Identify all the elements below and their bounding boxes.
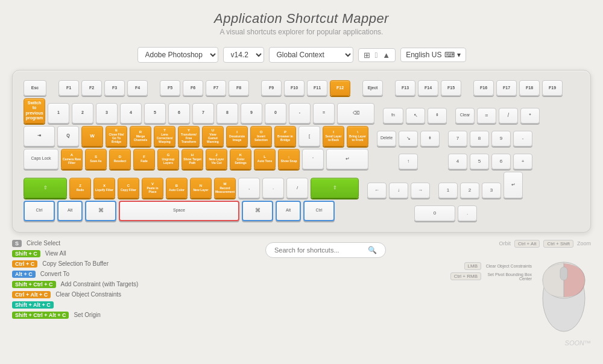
- linux-icon[interactable]: ▲: [381, 51, 391, 60]
- key-pageup[interactable]: ⇞: [428, 108, 447, 124]
- key-e[interactable]: EClose File/Go To Bridge: [106, 126, 127, 146]
- key-b[interactable]: BAuto Color: [166, 178, 188, 198]
- key-f17[interactable]: F17: [496, 80, 517, 96]
- key-a[interactable]: ACamera Raw Filter: [61, 149, 83, 169]
- key-shift-left[interactable]: ⇧: [24, 178, 67, 198]
- key-space[interactable]: Space: [119, 201, 239, 221]
- key-x[interactable]: XLiquify Filter: [93, 178, 115, 198]
- key-3[interactable]: 3: [96, 103, 118, 124]
- key-0[interactable]: 0: [265, 103, 286, 124]
- key-f18[interactable]: F18: [519, 80, 540, 96]
- app-select[interactable]: Adobe Photoshop: [137, 47, 218, 63]
- key-alt-right[interactable]: Alt: [276, 201, 301, 221]
- key-r[interactable]: RMergeChannels: [130, 126, 151, 146]
- key-u[interactable]: UViewGamutWarning: [202, 126, 224, 146]
- key-f9[interactable]: F9: [261, 80, 282, 96]
- key-num8[interactable]: 8: [470, 131, 489, 146]
- key-m[interactable]: MRecord Measurement: [214, 178, 236, 198]
- key-t[interactable]: TLens Correction/ Warping: [154, 126, 175, 146]
- key-h[interactable]: HShow Target Path: [182, 149, 203, 169]
- key-f11[interactable]: F11: [307, 80, 327, 96]
- key-y[interactable]: YTransform/Free Transform: [178, 126, 200, 146]
- key-delete[interactable]: Delete: [377, 131, 396, 146]
- key-q[interactable]: Q: [57, 126, 79, 146]
- key-slash[interactable]: /: [286, 178, 308, 198]
- key-home[interactable]: ↖: [406, 108, 425, 124]
- search-input[interactable]: [274, 246, 364, 254]
- key-l[interactable]: LAuto Tone: [254, 149, 276, 169]
- key-f2[interactable]: F2: [81, 80, 102, 96]
- key-numminus[interactable]: -: [513, 131, 532, 146]
- key-backslash[interactable]: \Bring Layer to Front: [347, 126, 368, 146]
- key-8[interactable]: 8: [216, 103, 238, 124]
- key-enter[interactable]: ↵: [326, 149, 368, 169]
- key-semicolon[interactable]: ;Show Snap: [278, 149, 300, 169]
- key-minus[interactable]: -: [289, 103, 311, 124]
- key-v[interactable]: VPaste in Place: [142, 178, 163, 198]
- key-num4[interactable]: 4: [448, 154, 467, 169]
- key-f10[interactable]: F10: [284, 80, 305, 96]
- key-quote[interactable]: ': [302, 149, 324, 169]
- key-fn[interactable]: fn: [383, 108, 403, 124]
- key-j[interactable]: JNew Layer Via Cut: [206, 149, 227, 169]
- key-caps[interactable]: Caps Lock: [24, 149, 58, 169]
- mac-icon[interactable]: : [374, 51, 379, 60]
- key-w[interactable]: W: [81, 126, 103, 146]
- key-esc[interactable]: Esc: [24, 80, 46, 96]
- key-num3[interactable]: 3: [482, 183, 501, 198]
- key-9[interactable]: 9: [241, 103, 262, 124]
- key-f6[interactable]: F6: [183, 80, 203, 96]
- key-1[interactable]: 1: [48, 103, 69, 124]
- key-comma[interactable]: ,: [238, 178, 260, 198]
- key-d[interactable]: DReselect: [109, 149, 131, 169]
- key-num2[interactable]: 2: [460, 183, 479, 198]
- key-grave[interactable]: Switch topreviousprogram: [24, 98, 45, 124]
- key-num9[interactable]: 9: [491, 131, 511, 146]
- key-rbracket[interactable]: ISend Layer to Back: [323, 126, 344, 146]
- key-f12[interactable]: F12: [330, 80, 350, 96]
- language-select[interactable]: English US ⌨ ▾: [400, 48, 466, 62]
- key-z[interactable]: ZRedo: [69, 178, 91, 198]
- version-select[interactable]: v14.2: [223, 47, 264, 63]
- key-s[interactable]: SSave As: [85, 149, 107, 169]
- key-f19[interactable]: F19: [542, 80, 563, 96]
- key-numpad-clear[interactable]: Clear: [455, 108, 475, 124]
- key-f4[interactable]: F4: [127, 80, 148, 96]
- key-numpad-eq[interactable]: =: [477, 108, 496, 124]
- key-alt-left[interactable]: Alt: [57, 201, 83, 221]
- key-f7[interactable]: F7: [206, 80, 226, 96]
- key-f5[interactable]: F5: [160, 80, 180, 96]
- key-numplus[interactable]: +: [513, 154, 532, 169]
- key-cmd-right[interactable]: ⌘: [242, 201, 273, 221]
- key-shift-right[interactable]: ⇧: [311, 178, 359, 198]
- key-num1[interactable]: 1: [438, 183, 458, 198]
- key-ctrl-left[interactable]: Ctrl: [24, 201, 55, 221]
- key-f13[interactable]: F13: [395, 80, 415, 96]
- key-num5[interactable]: 5: [470, 154, 489, 169]
- key-numpad-mul[interactable]: *: [520, 108, 540, 124]
- key-numpad-div[interactable]: /: [499, 108, 518, 124]
- key-i[interactable]: IDesaturate Image: [226, 126, 248, 146]
- os-selector[interactable]: ⊞  ▲: [358, 48, 396, 62]
- key-p[interactable]: PBrowser in Bridge: [274, 126, 296, 146]
- key-numenter[interactable]: ↵: [504, 172, 523, 198]
- key-f8[interactable]: F8: [229, 80, 249, 96]
- key-arrow-left[interactable]: ←: [367, 183, 387, 198]
- key-f14[interactable]: F14: [418, 80, 438, 96]
- key-5[interactable]: 5: [144, 103, 166, 124]
- key-eject[interactable]: Eject: [362, 80, 383, 96]
- key-cmd-left[interactable]: ⌘: [85, 201, 116, 221]
- key-f3[interactable]: F3: [104, 80, 125, 96]
- key-backspace[interactable]: ⌫: [337, 103, 374, 124]
- key-f16[interactable]: F16: [473, 80, 494, 96]
- key-pagedown[interactable]: ⇟: [420, 131, 440, 146]
- key-4[interactable]: 4: [120, 103, 142, 124]
- key-tab[interactable]: ⇥: [24, 126, 55, 146]
- key-k[interactable]: KColor Settings: [230, 149, 251, 169]
- key-6[interactable]: 6: [168, 103, 190, 124]
- key-7[interactable]: 7: [192, 103, 214, 124]
- key-g[interactable]: GUngroup Layers: [157, 149, 179, 169]
- key-arrow-up[interactable]: ↑: [399, 154, 418, 169]
- key-f[interactable]: FFade: [133, 149, 155, 169]
- key-num0[interactable]: 0: [414, 206, 455, 221]
